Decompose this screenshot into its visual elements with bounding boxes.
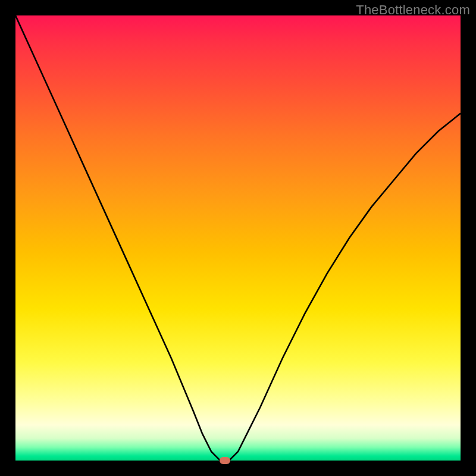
bottleneck-curve	[15, 15, 461, 461]
curve-svg	[15, 15, 461, 461]
chart-frame: TheBottleneck.com	[0, 0, 476, 476]
plot-area	[15, 15, 461, 461]
optimal-point-marker	[220, 457, 230, 464]
